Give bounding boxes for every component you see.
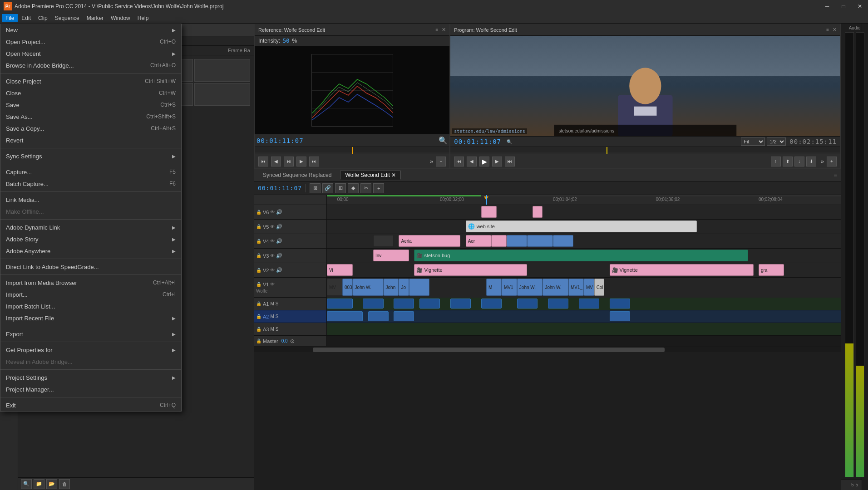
prog-btn-in[interactable]: ⏮ xyxy=(454,157,464,167)
track-v1-jo1[interactable]: Jo xyxy=(399,279,409,296)
ref-btn-4[interactable]: ▶ xyxy=(296,157,306,167)
track-a3-s[interactable]: S xyxy=(276,327,279,332)
track-v5-clip-website[interactable]: 🌐 web site xyxy=(466,220,697,232)
track-v5-audio-icon[interactable]: 🔊 xyxy=(276,224,282,230)
lock-icon-a2[interactable]: 🔒 xyxy=(256,314,261,319)
track-v4-clip-6[interactable] xyxy=(527,235,553,247)
tl-marker-btn[interactable]: ◆ xyxy=(348,183,359,193)
menu-import[interactable]: Import... Ctrl+I xyxy=(0,289,181,300)
track-a1-clip-1[interactable] xyxy=(327,299,353,309)
menu-open-recent[interactable]: Open Recent ▶ xyxy=(0,48,181,59)
menu-save-copy[interactable]: Save a Copy... Ctrl+Alt+S xyxy=(0,122,181,134)
track-a3-m[interactable]: M xyxy=(270,327,274,332)
track-a2-clip-3[interactable] xyxy=(394,311,414,321)
track-v1-john1[interactable]: John xyxy=(384,279,399,296)
eye-icon-v6[interactable]: 👁 xyxy=(270,210,275,215)
prog-btn-play[interactable]: ▶ xyxy=(479,157,489,167)
track-v1-003[interactable]: 003 xyxy=(342,279,353,296)
media-thumb[interactable] xyxy=(194,59,251,82)
lock-icon-v3[interactable]: 🔒 xyxy=(256,253,261,258)
lock-icon-v5[interactable]: 🔒 xyxy=(256,224,261,229)
tl-link-btn[interactable]: 🔗 xyxy=(322,183,333,193)
track-a1-clip-7[interactable] xyxy=(517,299,538,309)
timeline-current-time[interactable]: 00:01:11:07 xyxy=(258,185,302,191)
lock-icon-v6[interactable]: 🔒 xyxy=(256,210,261,215)
menu-project-settings[interactable]: Project Settings ▶ xyxy=(0,372,181,383)
prog-extract[interactable]: ⬆ xyxy=(783,157,793,167)
timeline-scrollbar[interactable] xyxy=(254,347,841,352)
menu-item-help[interactable]: Help xyxy=(134,14,153,22)
menu-item-sequence[interactable]: Sequence xyxy=(51,14,83,22)
track-a2-clip-2[interactable] xyxy=(368,311,389,321)
track-a1-m[interactable]: M xyxy=(270,301,274,306)
zoom-icon[interactable]: 🔍 xyxy=(439,136,448,145)
lock-icon-v2[interactable]: 🔒 xyxy=(256,268,261,273)
fit-selector[interactable]: Fit 25% 50% 100% xyxy=(741,137,765,146)
track-v2-clip-vi[interactable]: Vi xyxy=(327,264,353,276)
lock-icon-v4[interactable]: 🔒 xyxy=(256,239,261,244)
maximize-button[interactable]: □ xyxy=(835,0,852,13)
tab-synced-sequence[interactable]: Synced Sequence Replaced xyxy=(258,171,336,180)
track-v1-johnw3[interactable]: John W. xyxy=(542,279,568,296)
track-v2-clip-gra[interactable]: gra xyxy=(759,264,784,276)
menu-close[interactable]: Close Ctrl+W xyxy=(0,87,181,99)
track-v6-clip-1[interactable] xyxy=(481,206,497,218)
track-v4-clip-1[interactable] xyxy=(373,235,394,247)
track-v4-clip-4[interactable] xyxy=(491,235,507,247)
prog-btn-back[interactable]: ◀ xyxy=(467,157,477,167)
menu-sync-settings[interactable]: Sync Settings ▶ xyxy=(0,150,181,162)
menu-adobe-anywhere[interactable]: Adobe Anywhere ▶ xyxy=(0,245,181,257)
menu-import-media-browser[interactable]: Import from Media Browser Ctrl+Alt+I xyxy=(0,277,181,289)
track-v6-audio-icon[interactable]: 🔊 xyxy=(276,209,282,215)
folder-button[interactable]: 📁 xyxy=(34,479,44,489)
track-v1-clip5[interactable] xyxy=(409,279,429,296)
menu-import-recent-file[interactable]: Import Recent File ▶ xyxy=(0,312,181,324)
menu-exit[interactable]: Exit Ctrl+Q xyxy=(0,399,181,411)
menu-save-as[interactable]: Save As... Ctrl+Shift+S xyxy=(0,111,181,122)
track-a1-s[interactable]: S xyxy=(276,301,279,306)
track-v1-col[interactable]: Col xyxy=(594,279,605,296)
menu-browse-bridge[interactable]: Browse in Adobe Bridge... Ctrl+Alt+O xyxy=(0,59,181,71)
ratio-selector[interactable]: 1/2 1/1 Full xyxy=(767,137,786,146)
track-a1-clip-8[interactable] xyxy=(548,299,568,309)
menu-link-media[interactable]: Link Media... xyxy=(0,194,181,206)
prog-overlay[interactable]: ↓ xyxy=(794,157,804,167)
prog-more[interactable]: » xyxy=(821,158,824,165)
track-v1-mv1[interactable]: MV xyxy=(327,279,342,296)
track-v4-clip-3[interactable]: Aer xyxy=(466,235,492,247)
tab-wolfe-edit[interactable]: Wolfe Second Edit ✕ xyxy=(340,171,401,180)
prog-add[interactable]: + xyxy=(827,157,837,167)
track-a1-clip-6[interactable] xyxy=(481,299,502,309)
eye-icon-v4[interactable]: 👁 xyxy=(270,239,275,244)
track-a2-m[interactable]: M xyxy=(270,314,274,319)
track-v4-clip-5[interactable] xyxy=(507,235,527,247)
eye-icon-v1[interactable]: 👁 xyxy=(270,282,275,287)
tl-group-btn[interactable]: ⊞ xyxy=(335,183,346,193)
track-v1-m1[interactable]: M xyxy=(486,279,502,296)
track-v2-clip-vignette2[interactable]: 🎥 Vignette xyxy=(610,264,754,276)
menu-item-marker[interactable]: Marker xyxy=(83,14,107,22)
menu-capture[interactable]: Capture... F5 xyxy=(0,166,181,178)
reference-monitor-close[interactable]: ✕ xyxy=(442,27,446,33)
ref-add-btn[interactable]: + xyxy=(436,157,446,167)
menu-direct-link-speedgrade[interactable]: Direct Link to Adobe SpeedGrade... xyxy=(0,261,181,273)
prog-btn-fwd[interactable]: ▶ xyxy=(492,157,502,167)
lock-icon-master[interactable]: 🔒 xyxy=(256,338,261,343)
track-a2-clip-4[interactable] xyxy=(610,311,630,321)
menu-export[interactable]: Export ▶ xyxy=(0,328,181,340)
ref-btn-5[interactable]: ⏭ xyxy=(309,157,319,167)
new-bin-button[interactable]: 📂 xyxy=(46,479,57,489)
track-a2-s[interactable]: S xyxy=(276,314,279,319)
menu-open-project[interactable]: Open Project... Ctrl+O xyxy=(0,36,181,48)
program-monitor-menu-icon[interactable]: ≡ xyxy=(826,27,829,32)
tl-add-btn[interactable]: + xyxy=(373,183,384,193)
track-a1-clip-4[interactable] xyxy=(419,299,440,309)
track-a2-clip-1[interactable] xyxy=(327,311,363,321)
track-v3-clip-stetson[interactable]: 🎥 stetson bug xyxy=(414,250,748,261)
prog-btn-out[interactable]: ⏭ xyxy=(505,157,515,167)
menu-new[interactable]: New ▶ xyxy=(0,24,181,36)
delete-button[interactable]: 🗑 xyxy=(59,479,70,489)
lock-icon-a3[interactable]: 🔒 xyxy=(256,327,261,332)
reference-monitor-menu-icon[interactable]: ≡ xyxy=(435,27,438,32)
prog-insert[interactable]: ⬇ xyxy=(806,157,816,167)
